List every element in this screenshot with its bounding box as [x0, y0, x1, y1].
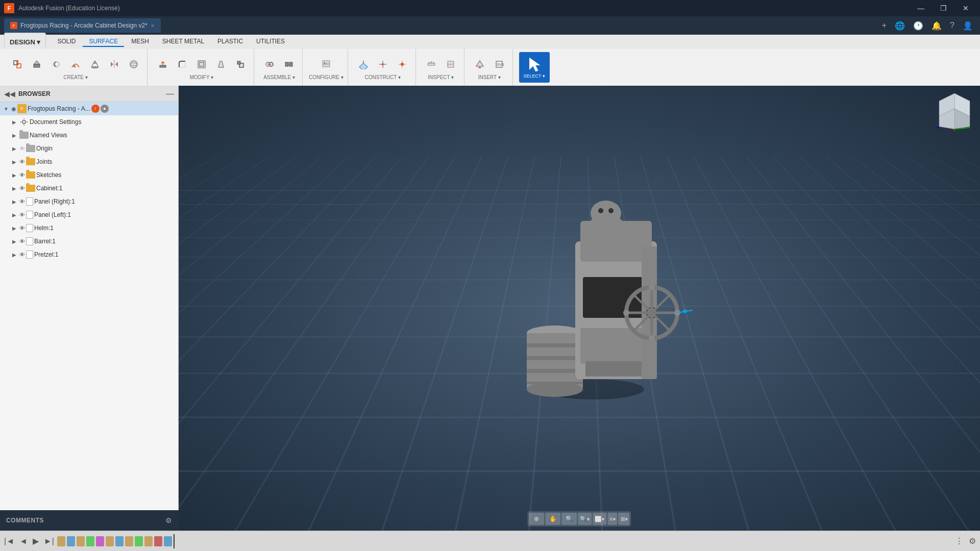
insert-icons: SVG — [471, 55, 508, 73]
point-button[interactable] — [393, 55, 411, 73]
insert-svg-button[interactable]: SVG — [490, 55, 508, 73]
tl-icon[interactable] — [96, 536, 104, 546]
rigid-group-button[interactable] — [280, 55, 298, 73]
timeline-settings-button[interactable]: ⚙ — [967, 535, 978, 547]
tl-icon[interactable] — [115, 536, 124, 546]
sketches-folder-icon — [26, 171, 35, 179]
help-button[interactable]: ? — [947, 20, 958, 31]
select-button[interactable]: SELECT ▾ — [519, 52, 550, 83]
zoom-dropdown[interactable]: 🔍 ▾ — [578, 513, 592, 525]
create-label[interactable]: CREATE ▾ — [63, 74, 88, 80]
section-button[interactable] — [442, 55, 460, 73]
display-mode-dropdown[interactable]: ⬜ ▾ — [593, 513, 606, 525]
new-component-button[interactable] — [8, 55, 27, 73]
sketches-item[interactable]: ▶ 👁 Sketches — [8, 168, 178, 182]
browser-back-button[interactable]: ◀◀ — [4, 90, 15, 98]
shell-button[interactable] — [192, 55, 211, 73]
snap-button[interactable]: ⊕ — [529, 513, 544, 525]
revolve-button[interactable] — [47, 55, 65, 73]
origin-item[interactable]: ▶ 👁 Origin — [8, 142, 178, 155]
browser-collapse-button[interactable]: — — [166, 89, 174, 98]
minimize-button[interactable]: — — [911, 1, 931, 15]
root-label: Frogtopus Racing - A... — [28, 105, 90, 112]
tab-close-button[interactable]: ✕ — [151, 23, 155, 29]
pretzel-item[interactable]: ▶ 👁 Pretzel:1 — [8, 248, 178, 261]
tab-utilities[interactable]: UTILITIES — [250, 37, 291, 47]
new-tab-button[interactable]: + — [879, 20, 890, 31]
configure-label[interactable]: CONFIGURE ▾ — [309, 74, 344, 80]
tab-sheet-metal[interactable]: SHEET METAL — [156, 37, 210, 47]
panel-left-item[interactable]: ▶ 👁 Panel (Left):1 — [8, 208, 178, 221]
tab-plastic[interactable]: PLASTIC — [211, 37, 249, 47]
loft-button[interactable] — [86, 55, 104, 73]
close-button[interactable]: ✕ — [955, 1, 976, 15]
view-options-dropdown[interactable]: ≡ ▾ — [607, 513, 617, 525]
barrel-item[interactable]: ▶ 👁 Barrel:1 — [8, 235, 178, 248]
joint-button[interactable] — [260, 55, 279, 73]
viewcube[interactable]: Y — [934, 91, 975, 132]
tl-icon[interactable] — [154, 536, 162, 546]
tl-icon[interactable] — [86, 536, 94, 546]
tab-surface[interactable]: SURFACE — [83, 37, 124, 47]
pan-button[interactable]: ✋ — [545, 513, 560, 525]
timeline-play-button[interactable]: ▶ — [31, 535, 41, 547]
tl-icon[interactable] — [144, 536, 153, 546]
history-button[interactable]: 🕐 — [910, 20, 926, 32]
tl-icon[interactable] — [106, 536, 114, 546]
axis-button[interactable] — [374, 55, 392, 73]
insert-mesh-button[interactable] — [471, 55, 489, 73]
offset-plane-button[interactable] — [354, 55, 373, 73]
modify-label[interactable]: MODIFY ▾ — [190, 74, 213, 80]
zoom-button[interactable]: 🔍 — [561, 513, 577, 525]
cloud-button[interactable]: 🌐 — [892, 20, 908, 32]
tab-label: Frogtopus Racing - Arcade Cabinet Design… — [20, 22, 148, 29]
eye-icon: 👁 — [19, 198, 25, 205]
account-button[interactable]: 👤 — [960, 20, 976, 32]
construct-label[interactable]: CONSTRUCT ▾ — [365, 74, 401, 80]
document-tab[interactable]: F Frogtopus Racing - Arcade Cabinet Desi… — [4, 18, 161, 33]
tl-icon[interactable] — [67, 536, 75, 546]
tl-icon[interactable] — [164, 536, 172, 546]
fillet-button[interactable] — [173, 55, 191, 73]
grid-dropdown[interactable]: ⊞ ▾ — [619, 513, 630, 525]
timeline-start-button[interactable]: |◄ — [2, 536, 16, 547]
configure-button[interactable] — [317, 55, 335, 73]
tab-mesh[interactable]: MESH — [125, 37, 155, 47]
measure-button[interactable] — [422, 55, 440, 73]
cabinet-item[interactable]: ▶ 👁 Cabinet:1 — [8, 182, 178, 195]
app-title: Autodesk Fusion (Education License) — [18, 5, 906, 12]
named-views-item[interactable]: ▶ Named Views — [8, 129, 178, 142]
tab-solid[interactable]: SOLID — [51, 37, 82, 47]
tl-icon[interactable] — [135, 536, 143, 546]
helm-item[interactable]: ▶ 👁 Helm:1 — [8, 221, 178, 235]
scale-button[interactable] — [231, 55, 250, 73]
insert-label[interactable]: INSERT ▾ — [478, 74, 501, 80]
tl-icon[interactable] — [125, 536, 133, 546]
tl-icon[interactable] — [57, 536, 65, 546]
svg-point-79 — [623, 310, 629, 316]
document-settings-item[interactable]: ▶ Document Settings — [8, 115, 178, 129]
extrude-button[interactable] — [28, 55, 46, 73]
timeline-prev-button[interactable]: ◄ — [17, 536, 30, 547]
sweep-button[interactable] — [66, 55, 85, 73]
timeline-more-button[interactable]: ⋮ — [953, 535, 965, 547]
tl-icon[interactable] — [77, 536, 85, 546]
panel-right-item[interactable]: ▶ 👁 Panel (Right):1 — [8, 195, 178, 208]
comments-section[interactable]: COMMENTS ⚙ — [0, 510, 179, 531]
joints-item[interactable]: ▶ 👁 Joints — [8, 155, 178, 168]
draft-button[interactable] — [212, 55, 230, 73]
design-dropdown[interactable]: DESIGN ▾ — [4, 33, 46, 51]
svg-rect-63 — [527, 369, 583, 373]
comments-settings-icon[interactable]: ⚙ — [165, 516, 172, 524]
notifications-button[interactable]: 🔔 — [928, 20, 945, 32]
timeline-next-button[interactable]: ►| — [42, 536, 56, 547]
browser-root-item[interactable]: ▼ ◉ F Frogtopus Racing - A... ! ● — [0, 102, 178, 115]
sphere-button[interactable] — [125, 55, 143, 73]
viewport[interactable]: Y ⊕ ✋ 🔍 🔍 ▾ ⬜ ▾ ≡ ▾ ⊞ ▾ — [179, 86, 980, 531]
expand-icon: ▶ — [10, 184, 18, 192]
inspect-label[interactable]: INSPECT ▾ — [428, 74, 454, 80]
press-pull-button[interactable] — [154, 55, 172, 73]
mirror-button[interactable] — [105, 55, 124, 73]
assemble-label[interactable]: ASSEMBLE ▾ — [263, 74, 295, 80]
maximize-button[interactable]: ❐ — [933, 1, 953, 15]
